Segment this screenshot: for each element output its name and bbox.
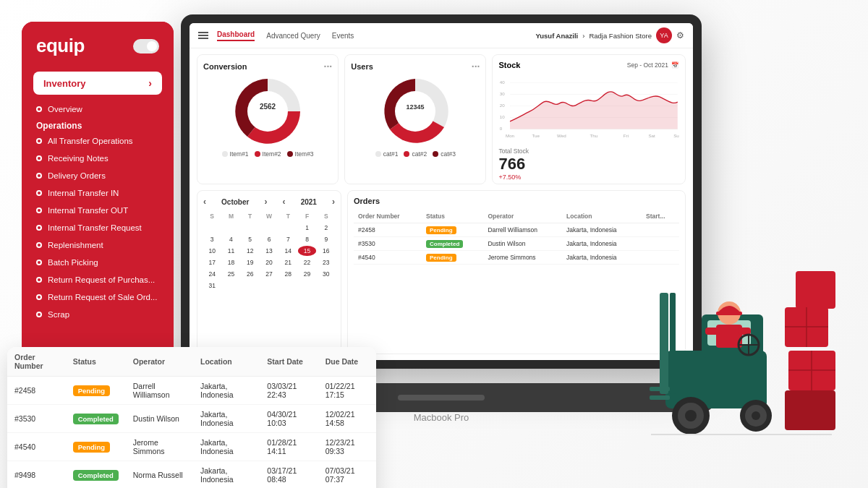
- calendar-day[interactable]: 15: [298, 246, 315, 256]
- conversion-more-icon[interactable]: ···: [324, 61, 333, 72]
- sidebar-item-replenishment[interactable]: Replenishment: [22, 236, 174, 254]
- calendar-day[interactable]: 6: [260, 234, 278, 244]
- users-legend-item-3: cat#3: [433, 150, 456, 158]
- hamburger-menu-icon[interactable]: [198, 32, 208, 39]
- svg-point-38: [685, 410, 697, 421]
- orders-table-header: Order Number Status Operator Location St…: [354, 210, 679, 223]
- col-operator: Operator: [483, 210, 562, 223]
- internal-transfer-out-label: Internal Transfer OUT: [48, 206, 128, 215]
- settings-icon[interactable]: ⚙: [676, 30, 684, 40]
- calendar-day[interactable]: 10: [203, 246, 221, 256]
- calendar-day[interactable]: 13: [260, 246, 278, 256]
- orders-table-row[interactable]: #2458 Pending Darrell Williamson Jakarta…: [354, 223, 679, 237]
- svg-text:Thu: Thu: [590, 133, 598, 138]
- calendar-day[interactable]: 9: [318, 234, 335, 244]
- calendar-day[interactable]: 16: [318, 246, 335, 256]
- laptop-label: Macbook Pro: [414, 412, 469, 423]
- calendar-day[interactable]: 12: [242, 246, 259, 256]
- cal-header-s: S: [203, 211, 221, 221]
- calendar-day[interactable]: 25: [222, 269, 239, 279]
- svg-rect-32: [660, 293, 668, 394]
- calendar-day: [260, 223, 278, 233]
- calendar-day[interactable]: 4: [222, 234, 239, 244]
- calendar-day[interactable]: 17: [203, 257, 221, 267]
- calendar-day[interactable]: 28: [279, 269, 297, 279]
- orders-table-row[interactable]: #4540 Pending Jerome Simmons Jakarta, In…: [354, 251, 679, 265]
- calendar-icon[interactable]: 📅: [671, 61, 679, 69]
- order-number: #2458: [354, 223, 422, 237]
- sidebar-item-scrap[interactable]: Scrap: [22, 306, 174, 323]
- calendar-day[interactable]: 11: [222, 246, 239, 256]
- forklift-svg: [644, 235, 846, 466]
- calendar-day[interactable]: 19: [242, 257, 259, 267]
- svg-rect-33: [670, 293, 676, 394]
- stock-total-section: Total Stock 766 +7.50%: [498, 147, 679, 181]
- tbl-order: #4540: [7, 433, 66, 461]
- stock-line-chart: 40 30 20 10 0: [498, 72, 679, 145]
- calendar-day[interactable]: 23: [318, 257, 335, 267]
- svg-text:Sat: Sat: [649, 133, 656, 138]
- floating-table: Order Number Status Operator Location St…: [7, 347, 376, 488]
- scrap-label: Scrap: [48, 310, 69, 319]
- calendar-day[interactable]: 20: [260, 257, 278, 267]
- calendar-day[interactable]: 31: [203, 281, 221, 291]
- sidebar-item-batch-picking[interactable]: Batch Picking: [22, 254, 174, 271]
- svg-text:10: 10: [500, 114, 505, 119]
- sidebar-item-internal-transfer-out[interactable]: Internal Transfer OUT: [22, 202, 174, 219]
- calendar-day[interactable]: 18: [222, 257, 239, 267]
- calendar-day[interactable]: 8: [298, 234, 315, 244]
- sidebar-item-receiving-notes[interactable]: Receiving Notes: [22, 150, 174, 167]
- sidebar-item-overview[interactable]: Overview: [22, 100, 174, 118]
- sidebar-item-return-sale[interactable]: Return Request of Sale Ord...: [22, 288, 174, 306]
- bottom-row: ‹ October › ‹ 2021 › S M T: [197, 190, 686, 354]
- col-status: Status: [422, 210, 484, 223]
- stock-total-value: 766: [498, 155, 679, 174]
- calendar-year-next-icon[interactable]: ›: [332, 197, 335, 207]
- calendar-day[interactable]: 27: [260, 269, 278, 279]
- calendar-year-prev-icon[interactable]: ‹: [283, 197, 286, 207]
- calendar-day[interactable]: 3: [203, 234, 221, 244]
- calendar-prev-icon[interactable]: ‹: [203, 197, 206, 207]
- th-due: Due Date: [318, 347, 376, 377]
- table-row[interactable]: #2458 Pending Darrell Williamson Jakarta…: [7, 377, 376, 405]
- receiving-notes-dot-icon: [36, 155, 42, 161]
- calendar-next-icon[interactable]: ›: [265, 197, 268, 207]
- calendar-day[interactable]: 22: [298, 257, 315, 267]
- sidebar-item-internal-transfer-request[interactable]: Internal Transfer Request: [22, 219, 174, 236]
- users-more-icon[interactable]: ···: [472, 61, 480, 72]
- calendar-day[interactable]: 5: [242, 234, 259, 244]
- calendar-day[interactable]: 2: [318, 223, 335, 233]
- calendar-day[interactable]: 29: [298, 269, 315, 279]
- sidebar-item-all-transfer[interactable]: All Transfer Operations: [22, 132, 174, 150]
- calendar-day[interactable]: 30: [318, 269, 335, 279]
- tab-dashboard[interactable]: Dashboard: [217, 30, 255, 41]
- svg-rect-43: [716, 312, 742, 315]
- user-separator: ›: [582, 32, 584, 40]
- calendar-day[interactable]: 7: [279, 234, 297, 244]
- sidebar-item-internal-transfer-in[interactable]: Internal Transfer IN: [22, 184, 174, 202]
- sidebar-item-delivery-orders[interactable]: Delivery Orders: [22, 167, 174, 184]
- tab-events[interactable]: Events: [332, 32, 354, 40]
- calendar-day[interactable]: 21: [279, 257, 297, 267]
- sidebar-toggle[interactable]: [133, 39, 159, 53]
- calendar-day: [203, 223, 221, 233]
- inventory-label: Inventory: [43, 78, 86, 89]
- tab-advanced-query[interactable]: Advanced Query: [266, 32, 320, 40]
- sidebar-item-return-purchase[interactable]: Return Request of Purchas...: [22, 271, 174, 288]
- legend-item-2: Item#2: [255, 150, 281, 158]
- table-row[interactable]: #3530 Completed Dustin Wilson Jakarta, I…: [7, 405, 376, 433]
- dashboard: Dashboard Advanced Query Events Yusuf An…: [190, 23, 693, 360]
- conversion-chart-card: Conversion ···: [197, 54, 339, 184]
- tbl-operator: Dustin Wilson: [126, 405, 193, 433]
- calendar-day[interactable]: 1: [298, 223, 315, 233]
- calendar-grid: S M T W T F S 12345678910111213141516171…: [203, 211, 335, 291]
- table-row[interactable]: #4540 Pending Jerome Simmons Jakarta, In…: [7, 433, 376, 461]
- calendar-day[interactable]: 26: [242, 269, 259, 279]
- inventory-button[interactable]: Inventory ›: [33, 72, 162, 95]
- calendar-day[interactable]: 24: [203, 269, 221, 279]
- calendar-day[interactable]: 14: [279, 246, 297, 256]
- orders-table-row[interactable]: #3530 Completed Dustin Wilson Jakarta, I…: [354, 237, 679, 251]
- table-row[interactable]: #9498 Completed Norma Russell Jakarta, I…: [7, 461, 376, 489]
- svg-rect-29: [665, 351, 767, 408]
- tbl-status: Pending: [66, 433, 126, 461]
